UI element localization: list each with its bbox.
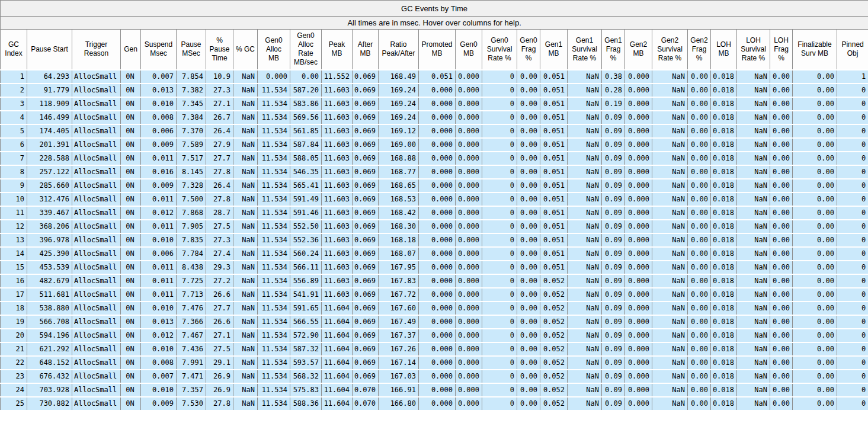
table-cell: NaN [737, 165, 770, 179]
table-cell: 538.880 [27, 302, 72, 315]
table-cell: NaN [737, 383, 770, 397]
table-cell: 0.018 [711, 179, 737, 193]
table-cell: 0.018 [711, 274, 737, 288]
table-cell: 0.00 [688, 302, 711, 315]
table-cell: 0.018 [711, 288, 737, 302]
table-cell: 11.603 [322, 261, 353, 274]
table-cell: 0.00 [770, 329, 793, 342]
table-cell: 11.603 [322, 193, 353, 206]
table-cell: NaN [233, 274, 258, 288]
table-cell: 0.00 [517, 370, 540, 383]
table-cell: 0.00 [517, 206, 540, 220]
table-cell: NaN [233, 165, 258, 179]
table-cell: 0.069 [353, 152, 379, 165]
table-cell: 0.00 [517, 397, 540, 411]
table-cell: 0.00 [688, 138, 711, 152]
table-cell: 28.7 [206, 206, 233, 220]
table-cell: 0.000 [625, 315, 652, 329]
table-cell: NaN [652, 111, 688, 124]
table-cell: NaN [568, 179, 602, 193]
table-cell: 0.000 [456, 193, 482, 206]
table-cell: NaN [737, 70, 770, 84]
table-cell: 169.00 [379, 138, 419, 152]
table-cell: 0.051 [540, 152, 568, 165]
table-cell: 11.603 [322, 124, 353, 138]
table-cell: NaN [737, 397, 770, 411]
table-cell: 0.000 [456, 397, 482, 411]
table-cell: 169.12 [379, 124, 419, 138]
table-cell: 0.000 [625, 152, 652, 165]
table-cell: 0 [837, 397, 868, 411]
table-cell: 11.552 [322, 70, 353, 84]
table-row: 25730.882AllocSmall0N0.0097.53027.8NaN11… [1, 397, 868, 411]
table-cell: 11.534 [258, 138, 290, 152]
table-cell: 0N [121, 165, 141, 179]
table-cell: 0N [121, 220, 141, 233]
column-header: Peak MB [322, 30, 353, 70]
table-cell: AllocSmall [72, 124, 121, 138]
table-cell: 0.000 [625, 206, 652, 220]
table-cell: 0.070 [353, 397, 379, 411]
table-cell: 0.007 [141, 70, 177, 84]
table-cell: 0.011 [141, 220, 177, 233]
table-cell: 0.069 [353, 288, 379, 302]
table-cell: 0.000 [625, 84, 652, 97]
table-cell: 0.00 [688, 179, 711, 193]
table-cell: 0.00 [688, 124, 711, 138]
table-cell: 566.11 [290, 261, 322, 274]
table-cell: 0.052 [540, 315, 568, 329]
column-header: Gen2 Frag % [688, 30, 711, 70]
column-header-row: GC IndexPause StartTrigger ReasonGenSusp… [1, 30, 868, 70]
table-cell: 0N [121, 193, 141, 206]
table-cell: 0.09 [602, 370, 625, 383]
table-cell: 11.534 [258, 111, 290, 124]
table-cell: 0.051 [540, 124, 568, 138]
table-cell: 0.000 [625, 70, 652, 84]
table-cell: 591.46 [290, 206, 322, 220]
subtitle-row: All times are in msec. Hover over column… [1, 17, 868, 30]
table-cell: 0 [482, 247, 517, 261]
table-cell: 0.00 [688, 370, 711, 383]
table-cell: 0.018 [711, 111, 737, 124]
table-cell: 0.00 [517, 193, 540, 206]
table-cell: 0.000 [625, 220, 652, 233]
table-cell: NaN [568, 397, 602, 411]
table-cell: AllocSmall [72, 220, 121, 233]
table-cell: NaN [233, 220, 258, 233]
table-cell: AllocSmall [72, 261, 121, 274]
table-cell: 0.051 [540, 138, 568, 152]
table-cell: NaN [652, 356, 688, 370]
table-cell: 168.65 [379, 179, 419, 193]
table-cell: 0.000 [456, 261, 482, 274]
table-cell: 11.603 [322, 138, 353, 152]
table-cell: 11.604 [322, 329, 353, 342]
table-row: 20594.196AllocSmall0N0.0127.46727.1NaN11… [1, 329, 868, 342]
table-cell: 0.051 [540, 261, 568, 274]
table-cell: 0.00 [517, 165, 540, 179]
table-cell: NaN [652, 274, 688, 288]
table-cell: 0.00 [688, 233, 711, 247]
table-cell: 0 [482, 329, 517, 342]
table-cell: 0 [482, 70, 517, 84]
table-cell: 0.28 [602, 84, 625, 97]
table-cell: 339.467 [27, 206, 72, 220]
table-cell: 0.051 [540, 70, 568, 84]
table-cell: 0 [837, 111, 868, 124]
table-cell: 0.09 [602, 124, 625, 138]
table-cell: 552.50 [290, 220, 322, 233]
table-cell: AllocSmall [72, 70, 121, 84]
table-cell: AllocSmall [72, 288, 121, 302]
table-cell: 21 [1, 342, 27, 356]
table-cell: 0.000 [419, 383, 456, 397]
table-cell: 0.000 [258, 70, 290, 84]
table-cell: 0.000 [456, 152, 482, 165]
table-cell: 0.000 [625, 288, 652, 302]
table-cell: NaN [652, 329, 688, 342]
table-cell: 1 [1, 70, 27, 84]
table-cell: 0.018 [711, 302, 737, 315]
table-cell: 8.145 [177, 165, 206, 179]
table-cell: NaN [568, 84, 602, 97]
table-cell: 0 [837, 179, 868, 193]
table-cell: 0.00 [770, 288, 793, 302]
table-cell: 0.052 [540, 329, 568, 342]
